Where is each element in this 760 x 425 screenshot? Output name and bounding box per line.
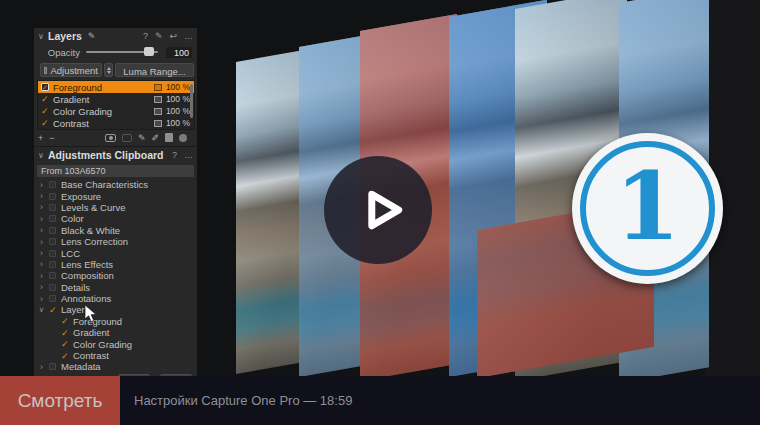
row-check-icon[interactable]: ✓	[49, 305, 57, 315]
row-label: LCC	[61, 248, 80, 259]
expand-chevron-icon[interactable]: ›	[37, 248, 46, 258]
expand-chevron-icon[interactable]: ›	[37, 237, 46, 247]
clipboard-row-lens-correction[interactable]: › Lens Correction	[37, 236, 197, 247]
row-label: Exposure	[61, 191, 101, 202]
opacity-slider[interactable]	[86, 51, 158, 53]
row-label: Metadata	[61, 361, 101, 372]
layer-name: Foreground	[53, 82, 154, 93]
expand-chevron-icon[interactable]: ›	[37, 214, 46, 224]
adjustment-dropdown[interactable]: Adjustment	[40, 63, 102, 77]
row-checkbox[interactable]	[49, 295, 56, 302]
clipboard-row-layers-group[interactable]: ∨ ✓ Layers	[37, 304, 197, 315]
collapse-chevron-icon[interactable]: ∨	[38, 151, 48, 160]
row-check-icon[interactable]: ✓	[61, 316, 69, 326]
draw-mask-brush-icon[interactable]: ✎	[138, 133, 146, 143]
help-icon[interactable]: ?	[172, 150, 177, 160]
row-checkbox[interactable]	[49, 250, 56, 257]
row-label: Annotations	[61, 293, 111, 304]
more-icon[interactable]: …	[184, 31, 193, 41]
adjustment-stepper[interactable]	[104, 63, 113, 77]
expand-chevron-icon[interactable]: ›	[37, 259, 46, 269]
layer-mask-thumbnail[interactable]	[154, 108, 162, 115]
clipboard-row-layers-contrast[interactable]: ✓ Contrast	[37, 350, 197, 361]
layer-row-contrast[interactable]: ✓ Contrast 100 %	[38, 117, 194, 129]
brush-icon[interactable]: ✎	[88, 31, 96, 41]
row-checkbox[interactable]	[49, 238, 56, 245]
clipboard-row-layers-color-grading[interactable]: ✓ Color Grading	[37, 338, 197, 349]
layer-row-color-grading[interactable]: ✓ Color Grading 100 %	[38, 105, 194, 117]
display-mask-icon[interactable]	[105, 134, 116, 142]
clipboard-row-exposure[interactable]: › Exposure	[37, 190, 197, 201]
edit-icon[interactable]: ✎	[155, 31, 163, 41]
layer-check-icon[interactable]: ✓	[41, 118, 49, 128]
layer-check-icon[interactable]: ✓	[41, 106, 49, 116]
adjustment-dropdown-label: Adjustment	[50, 65, 98, 76]
clipboard-row-color[interactable]: › Color	[37, 213, 197, 224]
row-checkbox[interactable]	[49, 261, 56, 268]
expand-chevron-icon[interactable]: ›	[37, 294, 46, 304]
clipboard-row-black-white[interactable]: › Black & White	[37, 225, 197, 236]
clipboard-row-lens-effects[interactable]: › Lens Effects	[37, 259, 197, 270]
row-checkbox[interactable]	[49, 272, 56, 279]
clipboard-row-metadata[interactable]: › Metadata	[37, 361, 197, 372]
row-checkbox[interactable]	[49, 227, 56, 234]
row-label: Levels & Curve	[61, 202, 125, 213]
row-check-icon[interactable]: ✓	[61, 351, 69, 361]
clipboard-row-levels-curve[interactable]: › Levels & Curve	[37, 202, 197, 213]
row-checkbox[interactable]	[49, 363, 56, 370]
more-icon[interactable]: …	[184, 150, 193, 160]
layer-row-foreground[interactable]: ✓ Foreground 100 %	[38, 81, 194, 93]
watch-button[interactable]: Смотреть	[0, 376, 120, 425]
clipboard-row-base-characteristics[interactable]: › Base Characteristics	[37, 179, 197, 190]
expand-chevron-icon[interactable]: ›	[37, 191, 46, 201]
row-checkbox[interactable]	[49, 284, 56, 291]
clipboard-row-layers-gradient[interactable]: ✓ Gradient	[37, 327, 197, 338]
row-checkbox[interactable]	[49, 215, 56, 222]
collapse-chevron-icon[interactable]: ∨	[37, 305, 46, 314]
add-layer-icon[interactable]: +	[38, 133, 43, 143]
row-check-icon[interactable]: ✓	[61, 339, 69, 349]
layer-opacity-value: 100 %	[166, 118, 190, 128]
fill-mask-icon[interactable]	[165, 133, 173, 142]
clipboard-row-lcc[interactable]: › LCC	[37, 247, 197, 258]
layer-mask-thumbnail[interactable]	[154, 96, 162, 103]
expand-chevron-icon[interactable]: ›	[37, 282, 46, 292]
layer-mask-thumbnail[interactable]	[154, 120, 162, 127]
expand-chevron-icon[interactable]: ›	[37, 180, 46, 190]
clipboard-row-composition[interactable]: › Composition	[37, 270, 197, 281]
opacity-value[interactable]: 100	[166, 47, 192, 58]
clipboard-row-annotations[interactable]: › Annotations	[37, 293, 197, 304]
collapse-chevron-icon[interactable]: ∨	[38, 32, 48, 41]
erase-mask-icon[interactable]: ✐	[151, 133, 159, 143]
row-check-icon[interactable]: ✓	[61, 328, 69, 338]
layer-list-scrollbar[interactable]	[190, 84, 193, 118]
expand-chevron-icon[interactable]: ›	[37, 202, 46, 212]
row-label: Details	[61, 282, 90, 293]
layer-opacity-value: 100 %	[166, 106, 190, 116]
invert-mask-icon[interactable]	[122, 134, 132, 142]
expand-chevron-icon[interactable]: ›	[37, 362, 46, 372]
layer-opacity-value: 100 %	[166, 94, 190, 104]
play-icon	[356, 184, 408, 236]
layer-check-icon[interactable]: ✓	[41, 94, 49, 104]
clipboard-row-layers-foreground[interactable]: ✓ Foreground	[37, 316, 197, 327]
row-label: Color	[61, 213, 84, 224]
expand-chevron-icon[interactable]: ›	[37, 225, 46, 235]
row-label: Base Characteristics	[61, 179, 148, 190]
row-checkbox[interactable]	[49, 193, 56, 200]
play-button[interactable]	[324, 156, 432, 264]
row-checkbox[interactable]	[49, 181, 56, 188]
expand-chevron-icon[interactable]: ›	[37, 271, 46, 281]
remove-layer-icon[interactable]: −	[49, 133, 54, 143]
layer-mask-thumbnail[interactable]	[154, 84, 162, 91]
luma-range-button[interactable]: Luma Range...	[115, 63, 194, 77]
row-checkbox[interactable]	[49, 204, 56, 211]
gradient-mask-icon[interactable]	[179, 134, 187, 142]
clipboard-row-details[interactable]: › Details	[37, 282, 197, 293]
reset-icon[interactable]: ↩	[169, 31, 177, 41]
row-label: Contrast	[73, 350, 109, 361]
opacity-slider-handle[interactable]	[144, 47, 154, 56]
help-icon[interactable]: ?	[143, 31, 148, 41]
layer-checkbox[interactable]: ✓	[41, 83, 49, 91]
layer-row-gradient[interactable]: ✓ Gradient 100 %	[38, 93, 194, 105]
